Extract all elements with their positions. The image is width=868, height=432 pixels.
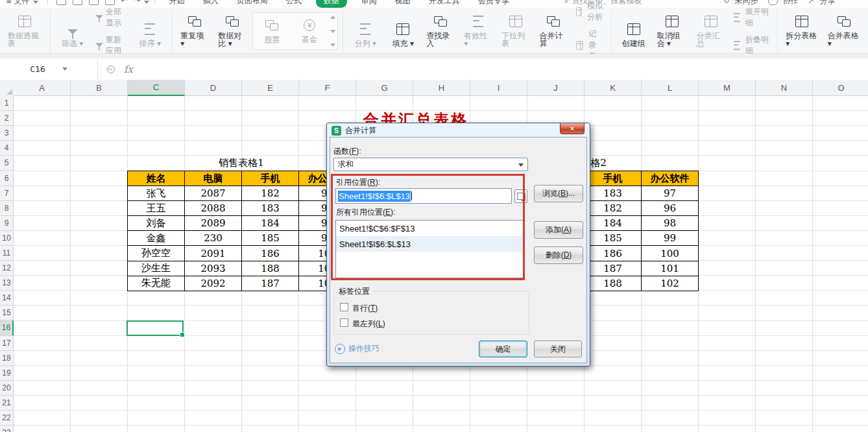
col-header-m[interactable]: M [699,80,756,96]
table1[interactable]: 姓名 电脑 手机 办公软件 张飞 2087 182 97 王五 2088 183… [127,171,356,291]
delete-button[interactable]: 删除(D) [534,246,583,264]
tab-review[interactable]: 审阅 [361,0,377,6]
file-menu[interactable]: 文件 [14,0,30,6]
row-header[interactable]: 23 [0,426,14,432]
selected-cell-c16[interactable] [127,320,184,336]
left-column-checkbox[interactable] [340,318,348,327]
add-button[interactable]: 添加(A) [534,221,583,239]
undo-icon[interactable]: ↶ [121,0,128,5]
collaborate-button[interactable]: 协作 [783,0,799,6]
row-header[interactable]: 20 [0,381,14,396]
tab-page-layout[interactable]: 页面布局 [237,0,268,6]
redo-icon[interactable]: ↷ [134,0,141,5]
row-header[interactable]: 19 [0,366,14,381]
row-header[interactable]: 15 [0,306,14,320]
tab-developer[interactable]: 开发工具 [429,0,460,6]
reference-list-item-selected[interactable]: Sheet1!$I$6:$L$13 [336,236,523,252]
main-menu-icon[interactable]: ≡ [6,0,12,6]
col-header-b[interactable]: B [71,80,128,96]
col-header-c[interactable]: C [128,80,185,96]
file-menu-caret-icon[interactable] [33,1,38,4]
share-button[interactable]: 分享 [820,0,836,6]
show-all-button[interactable]: 全部显示 [95,6,128,29]
row-header[interactable]: 21 [0,396,14,411]
print-preview-icon[interactable] [105,0,115,5]
all-references-list[interactable]: Sheet1!$C$6:$F$13 Sheet1!$I$6:$L$13 [335,220,524,278]
collapse-detail-button[interactable]: 折叠明细 [734,34,771,56]
consolidate-dialog[interactable]: S 合并计算 × 函数(F): 求和 引用位置(R): Sheet1!$I$6:… [326,123,590,366]
col-header-e[interactable]: E [242,80,299,96]
row-header-16-selected[interactable]: 16 [0,320,14,335]
top-row-checkbox[interactable] [340,303,348,311]
col-header-d[interactable]: D [185,80,242,96]
row-header[interactable]: 7 [0,186,14,201]
row-header[interactable]: 22 [0,411,14,426]
reference-input[interactable]: Sheet1!$I$6:$L$13 [335,188,512,204]
select-all-corner[interactable] [0,80,14,97]
tab-view[interactable]: 视图 [395,0,411,6]
pivot-table-button[interactable]: 数据透视表 [3,9,47,53]
share-icon[interactable]: ↗ [808,0,815,5]
sync-status[interactable]: 未同步 [735,0,758,6]
consolidate-button[interactable]: 合并计算 [535,9,572,53]
tips-link[interactable]: ▶ 操作技巧 [335,343,380,354]
tab-home[interactable]: 开始 [169,0,185,6]
data-compare-button[interactable]: 数据对比 ▾ [213,9,251,53]
what-if-analysis-button[interactable]: 模拟分析 [576,1,603,23]
row-header[interactable]: 11 [0,246,14,261]
row-header[interactable]: 17 [0,336,14,351]
row-header[interactable]: 9 [0,216,14,231]
combobox-caret-icon[interactable] [518,163,524,167]
stock-button[interactable]: 股票 [253,13,291,49]
fx-icon[interactable]: fx [124,64,133,75]
col-header-g[interactable]: G [356,80,413,96]
spinner-down-icon[interactable] [330,30,335,33]
dialog-close-button[interactable]: 关闭 [534,341,582,357]
row-header[interactable]: 8 [0,201,14,216]
qat-more-icon[interactable] [144,1,149,4]
name-box[interactable]: C16 [0,58,98,80]
print-icon[interactable] [89,0,99,5]
row-header[interactable]: 1 [0,96,14,111]
reapply-button[interactable]: 重新应用 [95,34,128,56]
reference-list-item[interactable]: Sheet1!$C$6:$F$13 [336,221,523,236]
split-table-button[interactable]: 拆分表格 ▾ [781,9,823,53]
col-header-k[interactable]: K [585,80,642,96]
close-icon[interactable]: × [560,123,585,134]
find-entry-button[interactable]: 查找录入 [422,9,459,53]
create-group-button[interactable]: 创建组 [615,9,653,53]
row-header[interactable]: 5 [0,156,14,171]
spinner-more-icon[interactable] [330,43,335,47]
col-header-o[interactable]: O [813,80,868,96]
col-header-i[interactable]: I [470,80,527,96]
duplicates-button[interactable]: 重复项 ▾ [176,9,213,53]
col-header-j[interactable]: J [527,80,585,96]
dialog-titlebar[interactable]: S 合并计算 [332,125,376,136]
tab-data-active[interactable]: 数据 [316,0,347,8]
left-column-label[interactable]: 最左列(L) [352,318,385,330]
row-header[interactable]: 13 [0,276,14,291]
spinner-up-icon[interactable] [330,16,335,19]
merge-table-button[interactable]: 合并表格 ▾ [823,9,865,53]
filter-button[interactable]: 筛选 ▾ [54,9,91,53]
ungroup-button[interactable]: 取消组合 ▾ [653,9,692,53]
formula-search-icon[interactable] [107,66,115,73]
fund-button[interactable]: ¥ 基金 [291,13,328,49]
export-icon[interactable] [73,0,82,5]
fill-button[interactable]: 填充 ▾ [384,9,422,53]
col-header-l[interactable]: L [642,80,699,96]
row-header[interactable]: 6 [0,171,14,186]
stock-fund-spinner[interactable] [328,13,337,49]
row-header[interactable]: 10 [0,231,14,246]
tab-formulas[interactable]: 公式 [286,0,302,6]
sync-icon[interactable]: ↻ [723,0,729,5]
name-box-caret-icon[interactable] [62,67,67,71]
top-row-label[interactable]: 首行(T) [352,303,378,314]
row-header[interactable]: 2 [0,111,14,126]
row-header[interactable]: 4 [0,141,14,156]
col-header-a[interactable]: A [14,80,71,96]
row-header[interactable]: 12 [0,261,14,276]
collaborate-icon[interactable] [768,0,778,5]
row-header[interactable]: 3 [0,126,14,141]
range-picker-icon[interactable] [514,189,527,203]
